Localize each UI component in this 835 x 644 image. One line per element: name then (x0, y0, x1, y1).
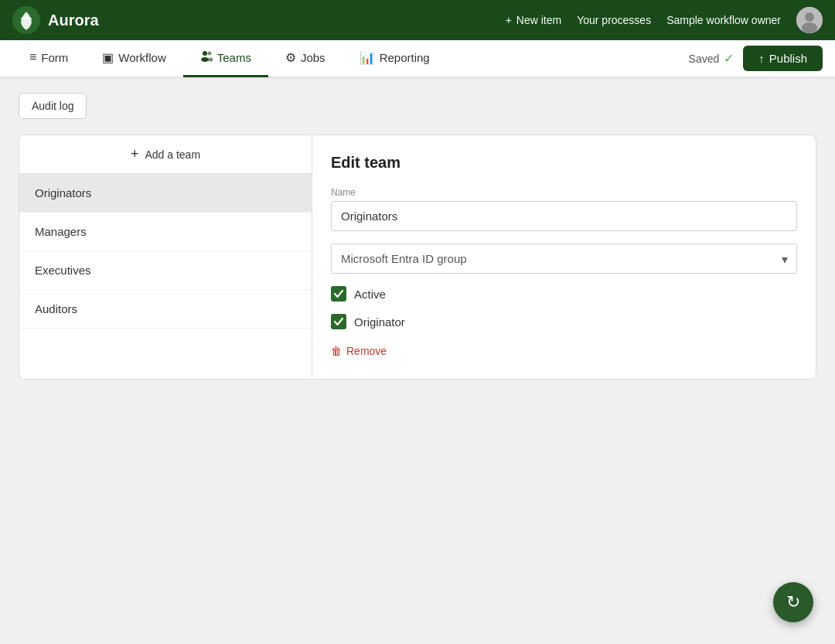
audit-log-button[interactable]: Audit log (19, 93, 87, 119)
avatar[interactable] (796, 7, 823, 33)
tab-form[interactable]: ≡ Form (12, 40, 85, 77)
tab-workflow[interactable]: ▣ Workflow (85, 40, 182, 77)
saved-status: Saved ✓ (689, 51, 734, 66)
svg-point-2 (805, 12, 814, 22)
active-checkbox[interactable] (331, 286, 346, 302)
active-checkbox-row: Active (331, 286, 797, 302)
active-label: Active (354, 288, 386, 301)
name-input[interactable] (331, 201, 797, 231)
your-processes-button[interactable]: Your processes (577, 14, 651, 26)
name-label: Name (331, 187, 797, 198)
reporting-icon: 📊 (360, 50, 375, 65)
workflow-icon: ▣ (102, 50, 114, 65)
publish-area: Saved ✓ ↑ Publish (689, 46, 823, 71)
list-item[interactable]: Auditors (19, 290, 312, 329)
publish-icon: ↑ (758, 52, 765, 65)
originator-checkbox[interactable] (331, 314, 346, 329)
teams-layout: + Add a team Originators Managers Execut… (19, 135, 816, 380)
publish-button[interactable]: ↑ Publish (743, 46, 823, 71)
svg-point-5 (201, 57, 209, 62)
teams-icon (200, 49, 213, 65)
logo-area: Aurora (12, 6, 99, 34)
checkmark-icon (333, 316, 344, 327)
list-item[interactable]: Originators (19, 174, 312, 213)
list-item[interactable]: Managers (19, 213, 312, 251)
app-name: Aurora (48, 12, 99, 29)
secondary-navigation: ≡ Form ▣ Workflow Teams ⚙ Jobs 📊 Re (0, 40, 835, 77)
new-item-button[interactable]: + New item (506, 14, 562, 26)
tab-jobs[interactable]: ⚙ Jobs (268, 40, 343, 77)
plus-icon: + (131, 146, 139, 162)
refresh-icon: ↻ (786, 592, 800, 612)
fab-button[interactable]: ↻ (773, 582, 813, 622)
nav-tabs: ≡ Form ▣ Workflow Teams ⚙ Jobs 📊 Re (12, 40, 689, 77)
remove-button[interactable]: 🗑 Remove (331, 342, 387, 360)
aurora-logo (12, 6, 40, 34)
checkmark-icon (333, 288, 344, 299)
avatar-icon (796, 7, 823, 33)
edit-team-title: Edit team (331, 154, 797, 172)
form-icon: ≡ (29, 50, 36, 64)
plus-icon: + (506, 14, 512, 26)
svg-point-4 (203, 51, 207, 56)
main-content: Audit log + Add a team Originators Manag… (0, 77, 835, 395)
saved-check-icon: ✓ (724, 51, 734, 66)
tab-reporting[interactable]: 📊 Reporting (343, 40, 447, 77)
teams-list-panel: + Add a team Originators Managers Execut… (19, 135, 312, 380)
user-name: Sample workflow owner (666, 14, 781, 26)
originator-checkbox-row: Originator (331, 314, 797, 329)
list-item[interactable]: Executives (19, 251, 312, 290)
nav-right: + New item Your processes Sample workflo… (506, 7, 823, 33)
tab-teams[interactable]: Teams (183, 40, 268, 77)
svg-point-6 (207, 52, 211, 56)
trash-icon: 🗑 (331, 345, 342, 357)
top-navigation: Aurora + New item Your processes Sample … (0, 0, 835, 40)
originator-label: Originator (354, 315, 405, 329)
add-team-button[interactable]: + Add a team (19, 135, 312, 174)
group-dropdown[interactable]: Microsoft Entra ID group (331, 244, 797, 274)
svg-point-3 (802, 22, 817, 33)
name-field-group: Name (331, 187, 797, 231)
svg-point-7 (208, 58, 213, 62)
edit-team-panel: Edit team Name Microsoft Entra ID group … (312, 135, 816, 380)
group-dropdown-wrapper: Microsoft Entra ID group ▾ (331, 244, 797, 274)
jobs-icon: ⚙ (285, 50, 296, 65)
